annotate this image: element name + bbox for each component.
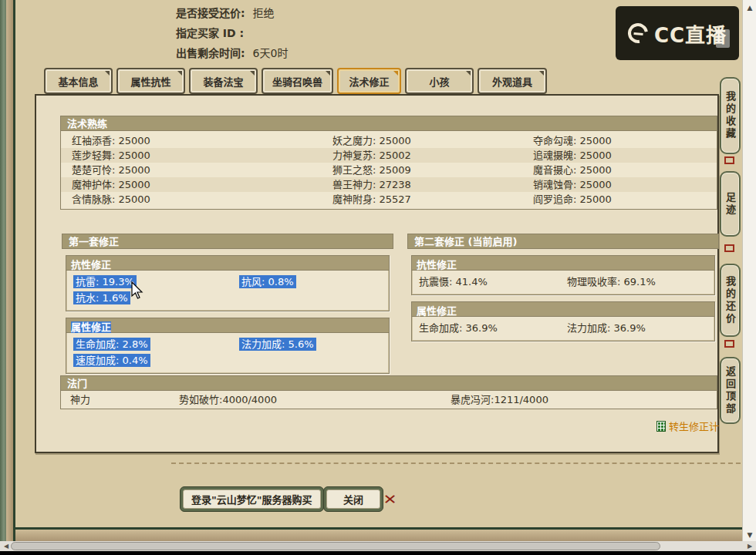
stat-col: 生命加成: 36.9%: [419, 320, 567, 336]
group-title: 抗性修正: [417, 259, 457, 271]
info-label: 出售剩余时间:: [176, 47, 245, 59]
login-buy-button[interactable]: 登录"云山梦忆"服务器购买: [180, 486, 324, 512]
red-cross-mark: ✕: [383, 491, 397, 507]
scroll-left-arrow[interactable]: ◀: [1, 541, 12, 551]
skill-row: 红袖添香: 25000妖之魔力: 25000夺命勾魂: 25000: [61, 133, 717, 148]
login-buy-button-wrap: 登录"云山梦忆"服务器购买 ✕: [180, 486, 324, 512]
skill-cell: 追魂摄魄: 25000: [533, 148, 612, 163]
stat-item: 速度加成: 0.4%: [73, 354, 150, 367]
info-value: 拒绝: [253, 7, 275, 19]
skill-row: 魔神护体: 25000兽王神力: 27238销魂蚀骨: 25000: [61, 177, 717, 192]
skill-row: 含情脉脉: 25000魔神附身: 25527阎罗追命: 25000: [61, 192, 717, 207]
close-button-label: 关闭: [326, 489, 380, 509]
tab-attribute-resist[interactable]: 属性抗性: [116, 68, 185, 94]
tab-spell-correction[interactable]: 法术修正: [337, 68, 401, 94]
skill-cell: 销魂蚀骨: 25000: [533, 177, 612, 192]
info-label: 指定买家 ID :: [176, 27, 244, 39]
calculator-link-label: 转生修正计: [669, 419, 719, 433]
skill-cell: 兽王神力: 27238: [332, 177, 533, 192]
horizontal-scrollbar[interactable]: ◀ ▶: [0, 541, 756, 551]
stat-col: 法力加成: 5.6%: [239, 336, 316, 352]
login-buy-button-label: 登录"云山梦忆"服务器购买: [183, 489, 321, 509]
info-value: 6天0时: [253, 47, 289, 59]
stat-col: 抗雷: 19.3%: [73, 274, 239, 290]
famen-section: 法门 神力势如破竹:4000/4000暴虎冯河:1211/4000: [60, 375, 717, 409]
set1-groups: 抗性修正抗雷: 19.3%抗风: 0.8%抗水: 1.6%属性修正生命加成: 2…: [62, 255, 393, 374]
group-body: 抗雷: 19.3%抗风: 0.8%抗水: 1.6%: [66, 271, 389, 311]
vertical-scrollbar[interactable]: ▲ ▼: [742, 0, 756, 541]
skill-cell: 莲步轻舞: 25000: [72, 148, 332, 163]
stat-item: 物理吸收率: 69.1%: [567, 276, 656, 288]
set2-groups: 抗性修正抗震慑: 41.4%物理吸收率: 69.1%属性修正生命加成: 36.9…: [407, 255, 719, 341]
correction-set-2: 第二套修正 (当前启用) 抗性修正抗震慑: 41.4%物理吸收率: 69.1%属…: [407, 234, 719, 341]
stat-col: 速度加成: 0.4%: [73, 352, 239, 368]
famen-header: 法门: [60, 375, 717, 391]
tab-appearance-items[interactable]: 外观道具: [478, 68, 547, 94]
set2-header: 第二套修正 (当前启用): [407, 234, 719, 249]
stat-item: 法力加成: 36.9%: [567, 322, 646, 334]
close-button[interactable]: 关闭: [323, 486, 383, 512]
skill-cell: 夺命勾魂: 25000: [533, 133, 612, 148]
skill-cell: 狮王之怒: 25009: [332, 163, 533, 177]
sidebar-button-my-favorites[interactable]: 我的收藏: [720, 77, 741, 154]
sidebar-button-back-to-top[interactable]: 返回顶部: [720, 357, 741, 424]
tab-mount-summon[interactable]: 坐骑召唤兽: [262, 68, 333, 94]
skill-cell: 力神复苏: 25002: [332, 148, 533, 163]
group-body: 抗震慑: 41.4%物理吸收率: 69.1%: [412, 271, 714, 294]
famen-cell: 暴虎冯河:1211/4000: [451, 391, 548, 409]
ribbon-tie-icon: [724, 156, 734, 164]
info-row-accept-counteroffer: 是否接受还价:拒绝: [176, 3, 288, 23]
stat-col: 生命加成: 2.8%: [73, 336, 239, 352]
stat-item: 生命加成: 2.8%: [73, 338, 150, 351]
scroll-up-arrow[interactable]: ▲: [743, 2, 756, 14]
skill-cell: 红袖添香: 25000: [72, 133, 332, 148]
sidebar-button-footprints[interactable]: 足迹: [720, 171, 741, 237]
page: 是否接受还价:拒绝 指定买家 ID : 出售剩余时间:6天0时 CC直播 基本信…: [0, 0, 756, 555]
side-button-rail: 我的收藏足迹我的还价返回顶部: [720, 69, 741, 432]
skill-cell: 魔神附身: 25527: [332, 192, 533, 207]
sidebar-button-my-counteroffers[interactable]: 我的还价: [720, 264, 741, 337]
left-border-outer-strip: [0, 0, 6, 541]
scroll-right-arrow[interactable]: ▶: [744, 541, 755, 551]
info-row-time-remaining: 出售剩余时间:6天0时: [176, 43, 288, 63]
set1-header: 第一套修正: [62, 234, 393, 249]
stat-row: 速度加成: 0.4%: [73, 352, 382, 368]
skill-cell: 魔音摄心: 25000: [533, 163, 612, 177]
stat-col: 抗风: 0.8%: [239, 274, 296, 290]
group-header: 属性修正: [66, 318, 389, 333]
resist-correction-group: 抗性修正抗雷: 19.3%抗风: 0.8%抗水: 1.6%: [66, 255, 390, 311]
spell-proficiency-list: 红袖添香: 25000妖之魔力: 25000夺命勾魂: 25000莲步轻舞: 2…: [60, 131, 717, 210]
stat-item: 抗震慑: 41.4%: [419, 276, 488, 288]
left-border-line: [13, 0, 15, 541]
stat-item: 法力加成: 5.6%: [239, 338, 316, 351]
group-body: 生命加成: 36.9%法力加成: 36.9%: [412, 317, 714, 341]
cc-logo-icon: [624, 19, 652, 47]
group-title: 属性修正: [417, 305, 457, 317]
group-header: 抗性修正: [66, 256, 389, 271]
close-button-wrap: 关闭 ✕: [323, 486, 383, 512]
famen-cell: 势如破竹:4000/4000: [179, 391, 451, 409]
resist-correction-group: 抗性修正抗震慑: 41.4%物理吸收率: 69.1%: [411, 255, 715, 295]
tab-bar: 基本信息属性抗性装备法宝坐骑召唤兽法术修正小孩外观道具: [44, 68, 547, 94]
stat-row: 抗雷: 19.3%抗风: 0.8%: [73, 274, 382, 290]
rebirth-correction-calculator-link[interactable]: 转生修正计: [656, 419, 719, 433]
stat-col: 法力加成: 36.9%: [567, 320, 646, 336]
group-body: 生命加成: 2.8%法力加成: 5.6%速度加成: 0.4%: [66, 333, 389, 373]
skill-cell: 阎罗追命: 25000: [533, 192, 612, 207]
ribbon-tie-icon: [724, 244, 734, 252]
horizontal-scroll-thumb[interactable]: [11, 542, 660, 550]
left-border-tan-strip: [6, 0, 13, 541]
tab-basic-info[interactable]: 基本信息: [44, 68, 113, 94]
scroll-down-arrow[interactable]: ▼: [743, 529, 756, 541]
tab-child[interactable]: 小孩: [405, 68, 474, 94]
tab-equipment-treasure[interactable]: 装备法宝: [189, 68, 258, 94]
famen-cell: 神力: [70, 391, 179, 409]
skill-cell: 楚楚可怜: 25000: [72, 163, 332, 177]
stat-row: 生命加成: 2.8%法力加成: 5.6%: [73, 336, 382, 352]
skill-cell: 妖之魔力: 25000: [332, 133, 533, 148]
group-header: 属性修正: [412, 302, 714, 317]
attribute-correction-group: 属性修正生命加成: 36.9%法力加成: 36.9%: [411, 301, 715, 341]
stat-row: 抗震慑: 41.4%物理吸收率: 69.1%: [419, 274, 707, 290]
info-row-designated-buyer: 指定买家 ID :: [176, 23, 288, 43]
skill-cell: 含情脉脉: 25000: [72, 192, 332, 207]
